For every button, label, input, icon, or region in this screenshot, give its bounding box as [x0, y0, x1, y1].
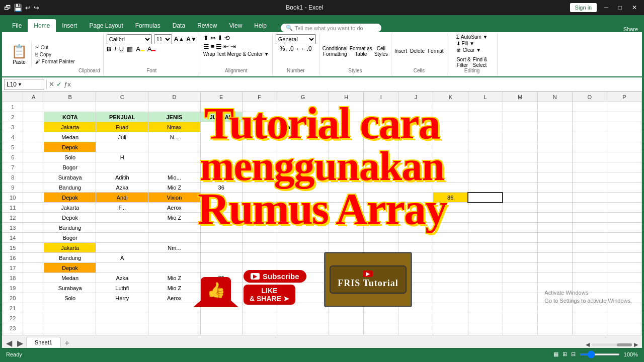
cell-L10-selected[interactable] — [468, 193, 503, 203]
col-O[interactable]: O — [572, 92, 607, 102]
cell-E1[interactable] — [200, 102, 242, 112]
col-B[interactable]: B — [44, 92, 96, 102]
text-angle-btn[interactable]: ⟲ — [224, 34, 230, 42]
share-button[interactable]: Share — [623, 26, 638, 32]
cond-formatting-btn[interactable]: ConditionalFormatting — [323, 46, 348, 57]
cell-E2[interactable]: JUMLAH — [200, 112, 242, 122]
add-sheet-button[interactable]: ＋ — [62, 338, 72, 348]
font-color-button[interactable]: A — [147, 45, 156, 53]
fill-color-button[interactable]: A — [136, 45, 144, 53]
col-I[interactable]: I — [364, 92, 398, 102]
cell-P1[interactable] — [607, 102, 641, 112]
next-page-btn[interactable]: ▶ — [634, 341, 638, 348]
tab-view[interactable]: View — [223, 19, 249, 32]
format-table-btn[interactable]: Format asTable — [350, 46, 372, 57]
scroll-left-btn[interactable]: ◀ — [4, 338, 14, 348]
title-bar-undo[interactable]: ↩ — [25, 4, 31, 12]
align-bot-btn[interactable]: ⬇ — [217, 34, 223, 42]
tab-formulas[interactable]: Formulas — [129, 19, 167, 32]
sheet-tab-sheet1[interactable]: Sheet1 — [26, 337, 61, 348]
col-H[interactable]: H — [329, 92, 364, 102]
percent-btn[interactable]: % — [280, 45, 285, 52]
col-K[interactable]: K — [433, 92, 468, 102]
col-F[interactable]: F — [242, 92, 277, 102]
fill-btn[interactable]: ⬇ Fill ▼ — [456, 41, 474, 46]
cell-F1[interactable] — [242, 102, 277, 112]
wrap-text-btn[interactable]: Wrap Text — [203, 51, 226, 57]
font-increase-btn[interactable]: A▲ — [174, 36, 185, 43]
cell-C2[interactable]: PENJUAL — [96, 112, 148, 122]
title-close-btn[interactable]: ✕ — [629, 4, 640, 11]
cell-G3[interactable]: Jakarta — [277, 122, 329, 132]
format-cells-btn[interactable]: Format — [428, 48, 444, 54]
col-N[interactable]: N — [537, 92, 572, 102]
col-M[interactable]: M — [503, 92, 537, 102]
merge-center-btn[interactable]: Merge & Center ▼ — [227, 51, 269, 57]
view-page-layout-btn[interactable]: ⊞ — [562, 351, 567, 357]
align-top-btn[interactable]: ⬆ — [203, 34, 209, 42]
tab-data[interactable]: Data — [167, 19, 191, 32]
tab-home[interactable]: Home — [28, 19, 56, 32]
align-mid-btn[interactable]: ⇔ — [210, 34, 216, 42]
cell-B2[interactable]: KOTA — [44, 112, 96, 122]
cell-B3[interactable]: Jakarta — [44, 122, 96, 132]
tab-review[interactable]: Review — [191, 19, 223, 32]
cell-C3[interactable]: Fuad — [96, 122, 148, 132]
confirm-formula-btn[interactable]: ✓ — [56, 80, 62, 88]
col-L[interactable]: L — [468, 92, 503, 102]
subscribe-button[interactable]: ▶ Subscribe — [244, 270, 306, 283]
view-normal-btn[interactable]: ▦ — [553, 351, 558, 357]
cell-O1[interactable] — [572, 102, 607, 112]
font-decrease-btn[interactable]: A▼ — [186, 36, 197, 43]
cell-G1[interactable] — [277, 102, 329, 112]
col-J[interactable]: J — [398, 92, 433, 102]
decrease-indent-btn[interactable]: ⇤ — [223, 43, 229, 50]
title-min-btn[interactable]: ─ — [601, 4, 611, 11]
comma-btn[interactable]: , — [286, 45, 287, 52]
tab-help[interactable]: Help — [248, 19, 273, 32]
title-max-btn[interactable]: □ — [615, 4, 625, 11]
title-bar-save[interactable]: 💾 — [14, 4, 22, 12]
col-C[interactable]: C — [96, 92, 148, 102]
cell-J1[interactable] — [398, 102, 433, 112]
col-P[interactable]: P — [607, 92, 641, 102]
cell-styles-btn[interactable]: CellStyles — [374, 46, 388, 57]
clear-btn[interactable]: 🗑 Clear ▼ — [456, 47, 481, 53]
cell-E3[interactable]: 54 — [200, 122, 242, 132]
number-format-select[interactable]: General — [276, 34, 316, 44]
sign-in-button[interactable]: Sign in — [570, 3, 597, 12]
zoom-slider[interactable] — [580, 353, 620, 355]
border-button[interactable]: ▦ — [127, 45, 133, 53]
underline-button[interactable]: U — [119, 45, 124, 53]
font-name-select[interactable]: Calibri — [107, 34, 152, 44]
col-G[interactable]: G — [277, 92, 329, 102]
col-D[interactable]: D — [148, 92, 201, 102]
tab-pagelayout[interactable]: Page Layout — [83, 19, 129, 32]
sort-filter-btn[interactable]: Sort &Filter — [457, 57, 471, 68]
tab-insert[interactable]: Insert — [56, 19, 83, 32]
autosum-btn[interactable]: Σ AutoSum ▼ — [456, 34, 488, 40]
ribbon-search[interactable]: Tell me what you want to do — [295, 25, 363, 31]
paste-button[interactable]: 📋 Paste — [7, 42, 32, 67]
title-bar-redo[interactable]: ↪ — [34, 4, 39, 12]
cell-D2[interactable]: JENIS — [148, 112, 201, 122]
insert-function-btn[interactable]: ƒx — [64, 80, 71, 88]
cell-K1[interactable] — [433, 102, 468, 112]
tab-file[interactable]: File — [6, 19, 28, 32]
cell-B1[interactable] — [44, 102, 96, 112]
cell-C1[interactable] — [96, 102, 148, 112]
formula-input[interactable] — [73, 79, 640, 90]
cell-N1[interactable] — [537, 102, 572, 112]
cell-L1[interactable] — [468, 102, 503, 112]
insert-cells-btn[interactable]: Insert — [394, 48, 407, 54]
cell-A1[interactable] — [23, 102, 44, 112]
italic-button[interactable]: I — [114, 45, 116, 53]
copy-button[interactable]: ⎘ Copy — [34, 51, 76, 58]
cell-M1[interactable] — [503, 102, 537, 112]
col-A[interactable]: A — [23, 92, 44, 102]
format-painter-button[interactable]: 🖌 Format Painter — [34, 58, 76, 65]
align-center-btn[interactable]: ≡ — [211, 43, 215, 50]
cell-I1[interactable] — [364, 102, 398, 112]
bold-button[interactable]: B — [107, 45, 111, 53]
cell-H1[interactable] — [329, 102, 364, 112]
